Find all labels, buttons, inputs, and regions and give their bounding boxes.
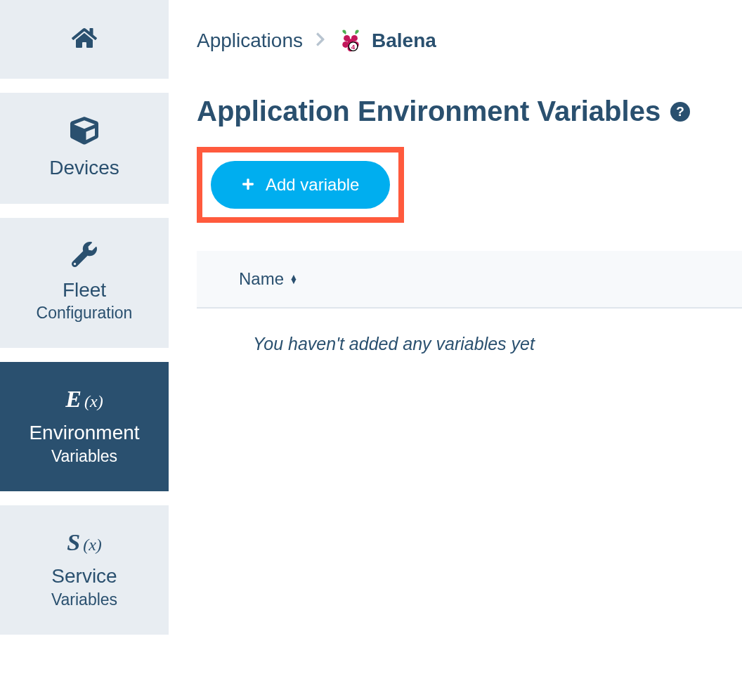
sidebar-item-service[interactable]: S(x) Service Variables: [0, 505, 169, 635]
variable-s-icon: S(x): [67, 529, 102, 556]
main-content: Applications 4: [169, 0, 742, 700]
sidebar-item-label: Fleet: [63, 278, 106, 302]
sidebar-item-label: Service: [51, 564, 117, 588]
column-header-label: Name: [239, 269, 284, 289]
cube-icon: [70, 117, 98, 148]
add-variable-label: Add variable: [266, 175, 359, 195]
sidebar-item-fleet[interactable]: Fleet Configuration: [0, 218, 169, 349]
raspberry-pi-icon: 4: [338, 28, 363, 53]
sidebar-item-sublabel: Variables: [51, 445, 117, 467]
page-title: Application Environment Variables: [197, 96, 660, 127]
wrench-icon: [72, 242, 97, 270]
home-icon: [72, 27, 97, 52]
sidebar: Devices Fleet Configuration E(x) Environ…: [0, 0, 169, 700]
sidebar-item-environment[interactable]: E(x) Environment Variables: [0, 362, 169, 491]
breadcrumb: Applications 4: [197, 28, 742, 53]
svg-point-3: [342, 41, 349, 48]
plus-icon: [242, 175, 254, 195]
sidebar-item-label: Environment: [29, 421, 139, 445]
sidebar-item-devices[interactable]: Devices: [0, 93, 169, 204]
chevron-right-icon: [315, 30, 325, 52]
breadcrumb-current[interactable]: 4 Balena: [338, 28, 436, 53]
highlight-annotation: Add variable: [197, 147, 404, 223]
column-header-name[interactable]: Name ▲ ▼: [239, 269, 298, 289]
empty-state-message: You haven't added any variables yet: [197, 309, 742, 380]
help-icon[interactable]: ?: [670, 102, 690, 122]
sidebar-item-home[interactable]: [0, 0, 169, 79]
sidebar-item-label: Devices: [49, 156, 119, 180]
breadcrumb-current-label: Balena: [372, 30, 436, 52]
sidebar-item-sublabel: Variables: [51, 588, 117, 611]
table-header: Name ▲ ▼: [197, 251, 742, 309]
svg-text:4: 4: [351, 43, 356, 51]
sort-icon: ▲ ▼: [289, 275, 298, 283]
add-variable-button[interactable]: Add variable: [211, 161, 390, 209]
sidebar-item-sublabel: Configuration: [37, 302, 133, 324]
variable-e-icon: E(x): [65, 386, 103, 413]
breadcrumb-root[interactable]: Applications: [197, 30, 303, 52]
page-title-row: Application Environment Variables ?: [197, 96, 742, 127]
